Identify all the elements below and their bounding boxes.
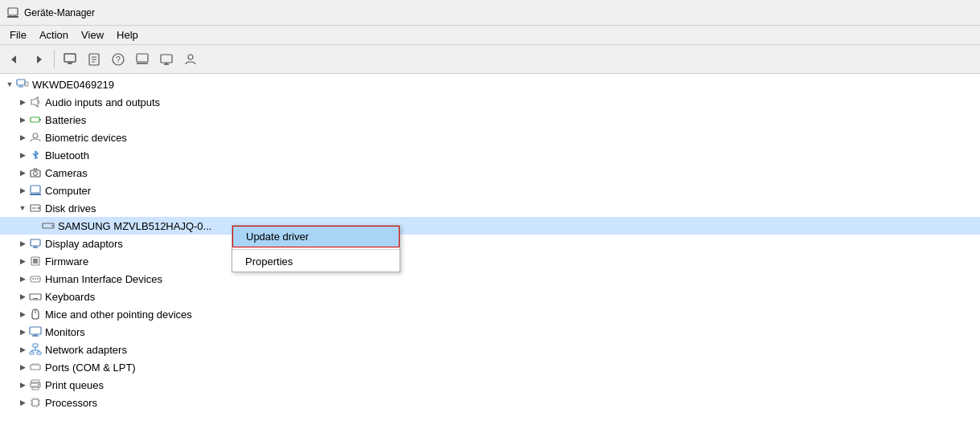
monitors-expand-icon: ▶ <box>16 325 29 338</box>
tree-item-audio[interactable]: ▶ Audio inputs and outputs <box>0 93 980 111</box>
samsung-label: SAMSUNG MZVLB512HAJQ-0... <box>58 220 211 232</box>
svg-point-29 <box>33 133 38 138</box>
svg-point-71 <box>38 384 39 386</box>
display-expand-icon: ▶ <box>16 237 29 250</box>
menu-help[interactable]: Help <box>110 27 145 43</box>
tree-item-monitors[interactable]: ▶ Monitors <box>0 323 980 341</box>
biometric-label: Biometric devices <box>45 132 127 144</box>
toolbar: ? <box>0 45 980 74</box>
main-content: ▼ WKWDE0469219 ▶ Audio inputs and ou <box>0 74 980 425</box>
svg-rect-33 <box>30 194 41 195</box>
svg-point-20 <box>188 55 193 59</box>
network-expand-icon: ▶ <box>16 343 29 356</box>
device-tree[interactable]: ▼ WKWDE0469219 ▶ Audio inputs and ou <box>0 74 980 425</box>
forward-button[interactable] <box>27 48 50 71</box>
svg-rect-21 <box>17 80 25 85</box>
tree-item-processors[interactable]: ▶ Processors <box>0 394 980 411</box>
samsung-disk-icon <box>42 219 55 232</box>
svg-rect-17 <box>161 55 172 63</box>
hid-label: Human Interface Devices <box>45 273 162 285</box>
audio-icon <box>29 96 42 108</box>
tree-item-hid[interactable]: ▶ Human Interface Devices <box>0 270 980 288</box>
tree-root[interactable]: ▼ WKWDE0469219 <box>0 76 980 93</box>
firmware-label: Firmware <box>45 255 88 268</box>
svg-rect-24 <box>25 82 28 86</box>
menu-action[interactable]: Action <box>33 27 75 43</box>
display-adaptors-icon <box>29 237 42 250</box>
tree-item-network[interactable]: ▶ Network adapters <box>0 341 980 358</box>
diskdrives-expand-icon: ▼ <box>16 202 29 215</box>
tree-item-biometric[interactable]: ▶ Biometric devices <box>0 129 980 146</box>
svg-rect-72 <box>32 399 39 406</box>
tree-item-diskdrives[interactable]: ▼ Disk drives <box>0 199 980 217</box>
svg-rect-57 <box>33 344 38 347</box>
audio-expand-icon: ▶ <box>16 96 29 108</box>
keyboards-expand-icon: ▶ <box>16 290 29 303</box>
root-expand-icon: ▼ <box>3 78 16 91</box>
batteries-label: Batteries <box>45 114 86 126</box>
mice-label: Mice and other pointing devices <box>45 309 192 321</box>
user-button[interactable] <box>179 48 202 71</box>
camera-icon <box>29 166 42 179</box>
tree-item-samsung[interactable]: SAMSUNG MZVLB512HAJQ-0... <box>0 217 980 235</box>
biometric-icon <box>29 131 42 144</box>
svg-point-35 <box>38 207 39 209</box>
toolbar-separator-1 <box>54 51 55 68</box>
svg-rect-26 <box>31 117 39 122</box>
menu-bar: File Action View Help <box>0 26 980 45</box>
help-button[interactable]: ? <box>107 48 129 71</box>
svg-marker-25 <box>31 97 38 107</box>
tree-item-batteries[interactable]: ▶ Batteries <box>0 111 980 129</box>
svg-rect-54 <box>30 327 41 334</box>
processors-expand-icon: ▶ <box>16 396 29 409</box>
app-title: Geräte-Manager <box>24 7 95 18</box>
tree-item-printqueues[interactable]: ▶ Print queues <box>0 376 980 394</box>
tree-item-cameras[interactable]: ▶ Cameras <box>0 164 980 182</box>
context-menu-update-driver[interactable]: Update driver <box>232 226 400 247</box>
tree-item-display[interactable]: ▶ Display adaptors <box>0 235 980 252</box>
grid-button[interactable] <box>131 48 154 71</box>
cameras-label: Cameras <box>45 167 88 179</box>
tree-item-computer[interactable]: ▶ Computer <box>0 182 980 199</box>
monitor-icon <box>29 325 42 338</box>
samsung-expand-icon <box>29 219 42 232</box>
computer-label: Computer <box>45 185 91 197</box>
processor-icon <box>29 396 42 409</box>
menu-file[interactable]: File <box>3 27 33 43</box>
computer-button[interactable] <box>59 48 81 71</box>
tree-item-bluetooth[interactable]: ▶ Bluetooth <box>0 146 980 164</box>
keyboard-icon <box>29 290 42 303</box>
mice-expand-icon: ▶ <box>16 308 29 321</box>
printqueues-label: Print queues <box>45 379 104 391</box>
svg-rect-6 <box>64 54 76 62</box>
tree-item-mice[interactable]: ▶ Mice and other pointing devices <box>0 305 980 323</box>
svg-point-46 <box>35 278 36 280</box>
root-computer-icon <box>16 78 29 91</box>
svg-rect-32 <box>31 186 40 193</box>
tree-item-keyboards[interactable]: ▶ Keyboards <box>0 288 980 305</box>
display-button[interactable] <box>155 48 178 71</box>
svg-rect-39 <box>31 239 40 246</box>
diskdrives-label: Disk drives <box>45 202 96 215</box>
app-icon <box>6 6 19 19</box>
network-label: Network adapters <box>45 344 127 356</box>
hid-expand-icon: ▶ <box>16 272 29 285</box>
svg-rect-52 <box>33 298 38 299</box>
computer-icon <box>29 184 42 197</box>
context-menu: Update driver Properties <box>232 225 400 272</box>
back-button[interactable] <box>3 48 26 71</box>
svg-rect-15 <box>137 54 148 62</box>
tree-item-firmware[interactable]: ▶ Firmware <box>0 252 980 270</box>
svg-rect-43 <box>33 259 38 264</box>
svg-marker-5 <box>37 55 42 63</box>
tree-item-ports[interactable]: ▶ Ports (COM & LPT) <box>0 358 980 376</box>
audio-label: Audio inputs and outputs <box>45 96 160 108</box>
cameras-expand-icon: ▶ <box>16 166 29 179</box>
title-bar: Geräte-Manager <box>0 0 980 26</box>
context-menu-properties[interactable]: Properties <box>232 251 400 272</box>
svg-text:?: ? <box>116 55 121 64</box>
properties-button[interactable] <box>83 48 105 71</box>
menu-view[interactable]: View <box>75 27 110 43</box>
bluetooth-icon <box>29 149 42 161</box>
display-label: Display adaptors <box>45 238 123 250</box>
